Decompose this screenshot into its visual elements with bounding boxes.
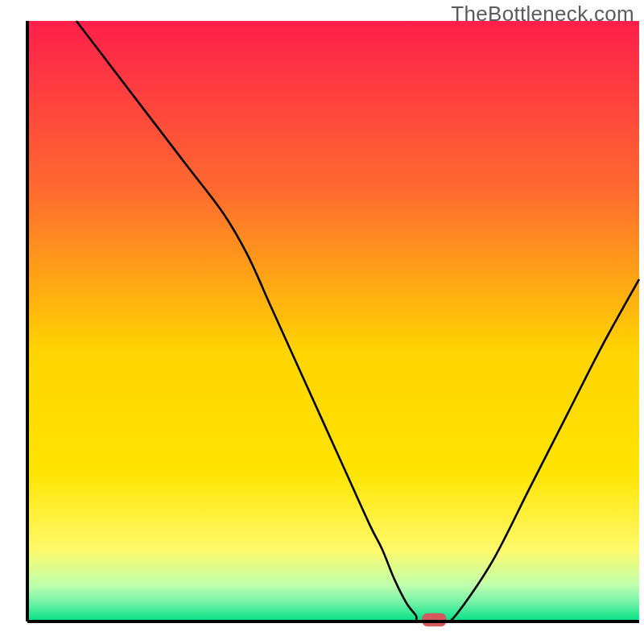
watermark-label: TheBottleneck.com bbox=[451, 2, 634, 27]
bottleneck-chart-container: TheBottleneck.com bbox=[0, 0, 644, 644]
gradient-background bbox=[27, 21, 639, 621]
bottleneck-line-chart bbox=[0, 0, 644, 644]
plot-area bbox=[27, 21, 639, 626]
